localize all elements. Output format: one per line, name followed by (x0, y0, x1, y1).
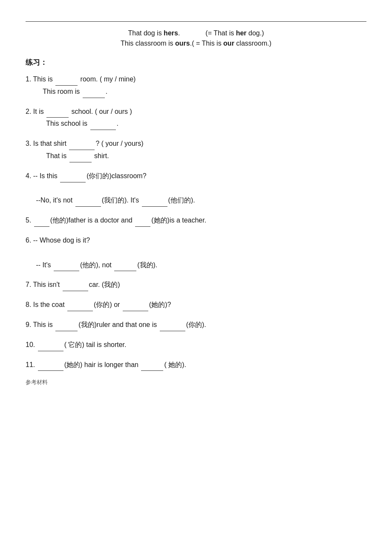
exercise-9-end: (你的). (186, 321, 206, 328)
exercise-3-line2: That is (46, 152, 68, 159)
exercise-4: 4. -- Is this (你们的)classroom? --No, it's… (26, 170, 366, 207)
top-line (26, 21, 366, 22)
exercise-5: 5. (他的)father is a doctor and (她的)is a t… (26, 214, 366, 227)
blank-6a (54, 263, 79, 271)
section-title: 练习： (26, 58, 366, 67)
blank-2a (46, 110, 69, 118)
exercise-10: 10. ( 它的) tail is shorter. (26, 339, 366, 351)
exercise-9: 9. This is (我的)ruler and that one is (你的… (26, 319, 366, 331)
exercise-3-num: 3. Is that shirt (26, 140, 68, 147)
blank-6b (114, 263, 136, 271)
exercise-7-text: car. (我的) (89, 281, 120, 288)
exercise-1-num: 1. This is (26, 75, 55, 83)
exercise-9-mid: (我的)ruler and that one is (78, 321, 159, 328)
blank-8b (123, 304, 148, 311)
exercise-6: 6. -- Whose dog is it? -- It's (他的), not… (26, 234, 366, 271)
bold-hers: hers (164, 29, 178, 37)
bold-her: her (236, 29, 247, 37)
exercise-2-num: 2. It is (26, 108, 46, 115)
blank-7 (63, 283, 88, 291)
blank-9a (55, 324, 78, 331)
blank-1a (55, 78, 78, 86)
blank-9b (160, 324, 185, 331)
exercise-1-text: room. ( my / mine) (78, 75, 135, 83)
blank-2b (90, 122, 116, 130)
blank-4a (60, 175, 86, 182)
blank-11a (38, 363, 63, 371)
exercise-11-end: ( 她的). (164, 361, 186, 368)
exercise-5-text2: (她的)is a teacher. (151, 217, 206, 224)
blank-5b (135, 219, 150, 227)
example-left-2: This classroom is ours.( = This is our c… (121, 40, 271, 47)
exercise-5-num: 5. (26, 217, 33, 224)
blank-10 (38, 344, 63, 351)
example-row-1: That dog is hers. (= That is her dog.) (128, 29, 264, 37)
blank-3a (69, 142, 95, 150)
exercise-1-line2-end: . (106, 88, 107, 95)
exercise-4-text: (你们的)classroom? (86, 172, 146, 179)
exercise-4-line2-end: (他们的). (168, 197, 195, 204)
blank-11b (141, 363, 163, 371)
exercise-8-num: 8. Is the coat (26, 301, 66, 308)
blank-4b (75, 199, 101, 207)
blank-4c (142, 199, 167, 207)
exercise-11-mid: (她的) hair is longer than (64, 361, 141, 368)
exercise-6-line2: -- It's (36, 261, 53, 269)
exercise-10-num: 10. (26, 341, 37, 348)
exercise-1-line2: This room is (43, 88, 82, 95)
blank-1b (83, 90, 105, 98)
exercise-3: 3. Is that shirt ? ( your / yours) That … (26, 138, 366, 162)
exercise-10-text: ( 它的) tail is shorter. (64, 341, 127, 348)
exercise-6-mid: (他的), not (80, 261, 113, 269)
exercise-4-num: 4. -- Is this (26, 172, 59, 179)
example-right-1: (= That is her dog.) (205, 29, 264, 37)
exercise-7-num: 7. This isn't (26, 281, 62, 288)
example-row-2: This classroom is ours.( = This is our c… (121, 40, 271, 47)
blank-5a (34, 219, 49, 227)
exercise-2: 2. It is school. ( our / ours ) This sch… (26, 106, 366, 130)
exercise-11: 11. (她的) hair is longer than ( 她的). (26, 359, 366, 371)
exercise-5-text1: (他的)father is a doctor and (50, 217, 134, 224)
example-left-1: That dog is hers. (128, 29, 180, 37)
exercise-11-num: 11. (26, 361, 37, 368)
blank-3b (69, 155, 92, 162)
example-block: That dog is hers. (= That is her dog.) T… (26, 29, 366, 50)
bold-our: our (223, 40, 234, 47)
exercises-container: 1. This is room. ( my / mine) This room … (26, 73, 366, 371)
exercise-8: 8. Is the coat (你的) or (她的)? (26, 299, 366, 311)
bold-ours: ours (175, 40, 190, 47)
blank-8a (67, 304, 93, 311)
exercise-6-end: (我的). (137, 261, 157, 269)
exercise-6-num: 6. -- Whose dog is it? (26, 237, 90, 244)
exercise-8-end: (她的)? (149, 301, 171, 308)
exercise-2-line2: This school is (46, 120, 89, 127)
exercise-4-line2-start: --No, it's not (36, 197, 74, 204)
exercise-2-line2-end: . (117, 120, 118, 127)
exercise-1: 1. This is room. ( my / mine) This room … (26, 73, 366, 98)
exercise-4-line2-mid: (我们的). It's (102, 197, 141, 204)
exercise-8-mid: (你的) or (94, 301, 122, 308)
exercise-3-text: ? ( your / yours) (95, 140, 143, 147)
exercise-7: 7. This isn't car. (我的) (26, 279, 366, 291)
footer-note: 参考材料 (26, 379, 366, 386)
exercise-9-num: 9. This is (26, 321, 55, 328)
exercise-2-text: school. ( our / ours ) (69, 108, 132, 115)
exercise-3-line2-end: shirt. (92, 152, 109, 159)
